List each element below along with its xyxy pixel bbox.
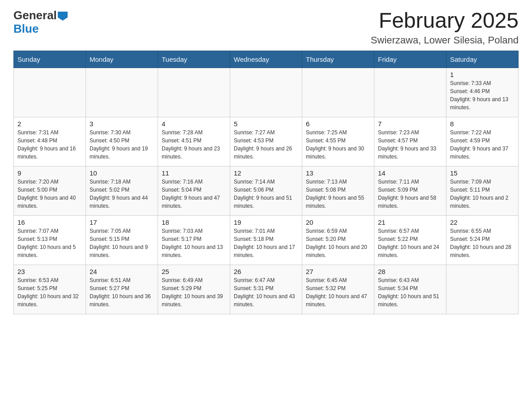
calendar-cell: 9Sunrise: 7:20 AM Sunset: 5:00 PM Daylig… [14, 166, 86, 215]
calendar-cell: 4Sunrise: 7:28 AM Sunset: 4:51 PM Daylig… [158, 117, 230, 166]
calendar-cell: 25Sunrise: 6:49 AM Sunset: 5:29 PM Dayli… [158, 265, 230, 314]
logo-text-general: General [13, 9, 68, 22]
day-number: 1 [450, 71, 515, 78]
weekday-header-friday: Friday [374, 51, 446, 68]
calendar-cell: 26Sunrise: 6:47 AM Sunset: 5:31 PM Dayli… [230, 265, 302, 314]
calendar-cell: 21Sunrise: 6:57 AM Sunset: 5:22 PM Dayli… [374, 215, 446, 265]
calendar-week-row: 9Sunrise: 7:20 AM Sunset: 5:00 PM Daylig… [14, 166, 519, 215]
calendar-cell: 22Sunrise: 6:55 AM Sunset: 5:24 PM Dayli… [446, 215, 519, 265]
day-info: Sunrise: 7:30 AM Sunset: 4:50 PM Dayligh… [90, 128, 154, 161]
calendar-cell: 19Sunrise: 7:01 AM Sunset: 5:18 PM Dayli… [230, 215, 302, 265]
calendar-cell: 18Sunrise: 7:03 AM Sunset: 5:17 PM Dayli… [158, 215, 230, 265]
day-info: Sunrise: 6:43 AM Sunset: 5:34 PM Dayligh… [378, 276, 442, 308]
day-info: Sunrise: 7:11 AM Sunset: 5:09 PM Dayligh… [378, 178, 442, 210]
day-info: Sunrise: 7:23 AM Sunset: 4:57 PM Dayligh… [378, 128, 442, 161]
day-number: 7 [378, 120, 442, 128]
day-number: 15 [450, 169, 515, 177]
weekday-header-wednesday: Wednesday [230, 51, 302, 68]
day-info: Sunrise: 6:57 AM Sunset: 5:22 PM Dayligh… [378, 227, 442, 259]
day-info: Sunrise: 6:47 AM Sunset: 5:31 PM Dayligh… [234, 276, 298, 308]
calendar-cell: 14Sunrise: 7:11 AM Sunset: 5:09 PM Dayli… [374, 166, 446, 215]
day-info: Sunrise: 7:27 AM Sunset: 4:53 PM Dayligh… [234, 128, 298, 161]
day-number: 28 [378, 268, 442, 275]
day-number: 26 [234, 268, 298, 275]
calendar-cell: 12Sunrise: 7:14 AM Sunset: 5:06 PM Dayli… [230, 166, 302, 215]
calendar-cell: 17Sunrise: 7:05 AM Sunset: 5:15 PM Dayli… [86, 215, 158, 265]
day-info: Sunrise: 6:51 AM Sunset: 5:27 PM Dayligh… [90, 276, 154, 308]
calendar-cell: 6Sunrise: 7:25 AM Sunset: 4:55 PM Daylig… [302, 117, 374, 166]
calendar-cell: 13Sunrise: 7:13 AM Sunset: 5:08 PM Dayli… [302, 166, 374, 215]
weekday-header-tuesday: Tuesday [158, 51, 230, 68]
day-info: Sunrise: 7:14 AM Sunset: 5:06 PM Dayligh… [234, 178, 298, 210]
calendar-week-row: 1Sunrise: 7:33 AM Sunset: 4:46 PM Daylig… [14, 68, 519, 117]
calendar-cell: 11Sunrise: 7:16 AM Sunset: 5:04 PM Dayli… [158, 166, 230, 215]
calendar-cell: 16Sunrise: 7:07 AM Sunset: 5:13 PM Dayli… [14, 215, 86, 265]
weekday-header-monday: Monday [86, 51, 158, 68]
day-number: 23 [17, 268, 82, 275]
calendar-cell [158, 68, 230, 117]
calendar-cell: 23Sunrise: 6:53 AM Sunset: 5:25 PM Dayli… [14, 265, 86, 314]
calendar-table: SundayMondayTuesdayWednesdayThursdayFrid… [13, 51, 519, 314]
day-info: Sunrise: 7:33 AM Sunset: 4:46 PM Dayligh… [450, 79, 515, 111]
day-info: Sunrise: 7:22 AM Sunset: 4:59 PM Dayligh… [450, 128, 515, 161]
calendar-cell: 1Sunrise: 7:33 AM Sunset: 4:46 PM Daylig… [446, 68, 519, 117]
day-number: 3 [90, 120, 154, 128]
day-info: Sunrise: 7:31 AM Sunset: 4:48 PM Dayligh… [17, 128, 82, 161]
day-number: 21 [378, 218, 442, 226]
day-number: 4 [162, 120, 226, 128]
calendar-cell [446, 265, 519, 314]
day-number: 6 [306, 120, 370, 128]
calendar-cell: 28Sunrise: 6:43 AM Sunset: 5:34 PM Dayli… [374, 265, 446, 314]
weekday-header-sunday: Sunday [14, 51, 86, 68]
day-info: Sunrise: 7:13 AM Sunset: 5:08 PM Dayligh… [306, 178, 370, 210]
day-number: 13 [306, 169, 370, 177]
weekday-header-thursday: Thursday [302, 51, 374, 68]
day-info: Sunrise: 7:07 AM Sunset: 5:13 PM Dayligh… [17, 227, 82, 259]
calendar-cell [86, 68, 158, 117]
day-info: Sunrise: 7:09 AM Sunset: 5:11 PM Dayligh… [450, 178, 515, 210]
calendar-cell: 24Sunrise: 6:51 AM Sunset: 5:27 PM Dayli… [86, 265, 158, 314]
day-number: 16 [17, 218, 82, 226]
day-number: 17 [90, 218, 154, 226]
calendar-cell [374, 68, 446, 117]
day-info: Sunrise: 7:25 AM Sunset: 4:55 PM Dayligh… [306, 128, 370, 161]
day-number: 18 [162, 218, 226, 226]
calendar-cell: 8Sunrise: 7:22 AM Sunset: 4:59 PM Daylig… [446, 117, 519, 166]
day-info: Sunrise: 7:03 AM Sunset: 5:17 PM Dayligh… [162, 227, 226, 259]
weekday-header-row: SundayMondayTuesdayWednesdayThursdayFrid… [14, 51, 519, 68]
day-number: 2 [17, 120, 82, 128]
day-number: 24 [90, 268, 154, 275]
day-info: Sunrise: 6:49 AM Sunset: 5:29 PM Dayligh… [162, 276, 226, 308]
day-number: 27 [306, 268, 370, 275]
day-number: 14 [378, 169, 442, 177]
day-info: Sunrise: 7:16 AM Sunset: 5:04 PM Dayligh… [162, 178, 226, 210]
calendar-cell: 7Sunrise: 7:23 AM Sunset: 4:57 PM Daylig… [374, 117, 446, 166]
calendar-cell: 20Sunrise: 6:59 AM Sunset: 5:20 PM Dayli… [302, 215, 374, 265]
day-info: Sunrise: 7:28 AM Sunset: 4:51 PM Dayligh… [162, 128, 226, 161]
logo: General Blue [13, 9, 68, 36]
day-number: 8 [450, 120, 515, 128]
calendar-week-row: 16Sunrise: 7:07 AM Sunset: 5:13 PM Dayli… [14, 215, 519, 265]
calendar-cell: 2Sunrise: 7:31 AM Sunset: 4:48 PM Daylig… [14, 117, 86, 166]
day-number: 11 [162, 169, 226, 177]
day-number: 5 [234, 120, 298, 128]
calendar-week-row: 23Sunrise: 6:53 AM Sunset: 5:25 PM Dayli… [14, 265, 519, 314]
month-title: February 2025 [371, 9, 519, 33]
location: Swierzawa, Lower Silesia, Poland [371, 34, 519, 46]
calendar-cell: 5Sunrise: 7:27 AM Sunset: 4:53 PM Daylig… [230, 117, 302, 166]
calendar-cell [14, 68, 86, 117]
calendar-cell: 15Sunrise: 7:09 AM Sunset: 5:11 PM Dayli… [446, 166, 519, 215]
day-number: 9 [17, 169, 82, 177]
day-info: Sunrise: 7:18 AM Sunset: 5:02 PM Dayligh… [90, 178, 154, 210]
calendar-cell: 10Sunrise: 7:18 AM Sunset: 5:02 PM Dayli… [86, 166, 158, 215]
day-number: 22 [450, 218, 515, 226]
day-info: Sunrise: 7:20 AM Sunset: 5:00 PM Dayligh… [17, 178, 82, 210]
day-number: 19 [234, 218, 298, 226]
title-section: February 2025 Swierzawa, Lower Silesia, … [371, 9, 519, 46]
logo-triangle-icon [58, 12, 68, 21]
day-info: Sunrise: 6:53 AM Sunset: 5:25 PM Dayligh… [17, 276, 82, 308]
day-info: Sunrise: 7:01 AM Sunset: 5:18 PM Dayligh… [234, 227, 298, 259]
weekday-header-saturday: Saturday [446, 51, 519, 68]
day-info: Sunrise: 6:59 AM Sunset: 5:20 PM Dayligh… [306, 227, 370, 259]
calendar-week-row: 2Sunrise: 7:31 AM Sunset: 4:48 PM Daylig… [14, 117, 519, 166]
